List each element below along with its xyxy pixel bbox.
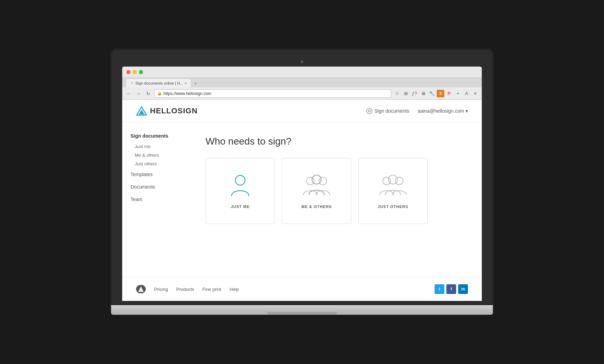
ext6-icon[interactable]: +: [454, 90, 462, 97]
browser-toolbar: ☆ ⊞ ƒ? 🖥 🔧 S P + A ≡: [393, 90, 479, 97]
laptop-shell: ▽ Sign documents online | H... ✕ + ← → ↻…: [111, 49, 493, 315]
page-content: HELLOSIGN Sign documents aaina@hellosign…: [122, 100, 482, 301]
footer-link-pricing[interactable]: Pricing: [154, 287, 168, 292]
dropdown-arrow: ▾: [465, 108, 468, 114]
sidebar-nav-documents[interactable]: Documents: [131, 181, 183, 193]
svg-point-10: [388, 175, 397, 184]
card-just-me[interactable]: JUST ME: [205, 158, 275, 224]
sidebar-section-title: Sign documents: [131, 133, 183, 139]
star-icon[interactable]: ☆: [393, 90, 401, 97]
laptop-base: [111, 305, 493, 315]
main-layout: Sign documents Just me Me & others Just …: [122, 122, 482, 277]
ext1-icon[interactable]: ⊞: [402, 90, 410, 97]
twitter-button[interactable]: t: [435, 284, 444, 294]
svg-point-3: [368, 110, 370, 112]
group-person-icon: [303, 173, 330, 199]
footer-link-help[interactable]: Help: [229, 287, 239, 292]
footer-logo: [136, 285, 146, 293]
sidebar-nav-templates[interactable]: Templates: [131, 168, 183, 181]
footer-link-products[interactable]: Products: [176, 287, 194, 292]
browser-chrome: ▽ Sign documents online | H... ✕ + ← → ↻…: [122, 67, 482, 301]
tab-favicon: ▽: [130, 81, 134, 85]
sidebar-item-just-me[interactable]: Just me: [131, 142, 183, 151]
footer-link-fineprint[interactable]: Fine print: [202, 287, 221, 292]
pinterest-icon[interactable]: P: [445, 90, 453, 97]
svg-point-6: [319, 177, 327, 185]
logo-text: HELLOSIGN: [150, 106, 198, 115]
svg-point-4: [235, 175, 245, 185]
tab-close-icon[interactable]: ✕: [184, 81, 187, 85]
group-others-icon: [379, 173, 407, 199]
ext2-icon[interactable]: ƒ?: [411, 90, 418, 97]
sign-docs-label: Sign documents: [375, 108, 409, 114]
ext5-icon[interactable]: S: [437, 90, 444, 97]
forward-button[interactable]: →: [135, 90, 142, 97]
back-button[interactable]: ←: [125, 90, 133, 97]
main-content: Who needs to sign? JUST M: [192, 122, 482, 277]
svg-point-2: [367, 108, 372, 114]
svg-point-5: [307, 177, 314, 185]
ext7-icon[interactable]: A: [463, 90, 470, 97]
tab-bar: ▽ Sign documents online | H... ✕ +: [122, 78, 482, 87]
url-display: https://www.hellosign.com: [163, 91, 211, 96]
user-menu[interactable]: aaina@hellosign.com ▾: [418, 108, 468, 114]
address-bar[interactable]: 🔒 https://www.hellosign.com: [154, 89, 391, 98]
sidebar-item-just-others[interactable]: Just others: [131, 159, 183, 168]
single-person-icon: [230, 173, 251, 199]
site-footer: Pricing Products Fine print Help t f in: [122, 277, 482, 301]
reload-button[interactable]: ↻: [144, 90, 152, 97]
menu-icon[interactable]: ≡: [471, 90, 479, 97]
linkedin-button[interactable]: in: [458, 284, 468, 294]
sidebar: Sign documents Just me Me & others Just …: [122, 122, 192, 277]
card-me-others[interactable]: ME & OTHERS: [282, 158, 351, 224]
card-just-me-label: JUST ME: [231, 205, 250, 209]
sign-documents-nav[interactable]: Sign documents: [366, 108, 409, 114]
active-tab[interactable]: ▽ Sign documents online | H... ✕: [126, 79, 191, 87]
ext4-icon[interactable]: 🔧: [428, 90, 436, 97]
page-heading: Who needs to sign?: [205, 136, 468, 147]
site-header: HELLOSIGN Sign documents aaina@hellosign…: [122, 100, 482, 122]
sidebar-nav-team[interactable]: Team: [131, 193, 183, 206]
header-right: Sign documents aaina@hellosign.com ▾: [366, 108, 468, 114]
tab-title: Sign documents online | H...: [135, 81, 183, 85]
new-tab-button[interactable]: +: [191, 79, 200, 87]
logo-icon: [136, 106, 147, 116]
ssl-lock-icon: 🔒: [157, 91, 162, 96]
pen-icon: [366, 108, 372, 114]
minimize-button[interactable]: [133, 70, 137, 74]
facebook-button[interactable]: f: [446, 284, 456, 294]
card-just-others-label: JUST OTHERS: [378, 205, 408, 209]
svg-point-9: [395, 177, 403, 185]
sign-cards-container: JUST ME: [205, 158, 468, 224]
footer-social: t f in: [435, 284, 468, 294]
camera: [301, 60, 303, 63]
browser-titlebar: [122, 67, 482, 78]
card-just-others[interactable]: JUST OTHERS: [358, 158, 428, 224]
card-me-others-label: ME & OTHERS: [301, 205, 332, 209]
logo-area[interactable]: HELLOSIGN: [136, 106, 198, 116]
svg-point-7: [312, 175, 321, 184]
close-button[interactable]: [126, 70, 131, 74]
browser-navbar: ← → ↻ 🔒 https://www.hellosign.com ☆ ⊞ ƒ?…: [122, 87, 482, 100]
maximize-button[interactable]: [139, 70, 143, 74]
sidebar-item-me-others[interactable]: Me & others: [131, 151, 183, 159]
screen-bezel: ▽ Sign documents online | H... ✕ + ← → ↻…: [111, 49, 493, 305]
ext3-icon[interactable]: 🖥: [419, 90, 427, 97]
user-email: aaina@hellosign.com: [418, 108, 464, 114]
svg-point-8: [383, 177, 391, 185]
